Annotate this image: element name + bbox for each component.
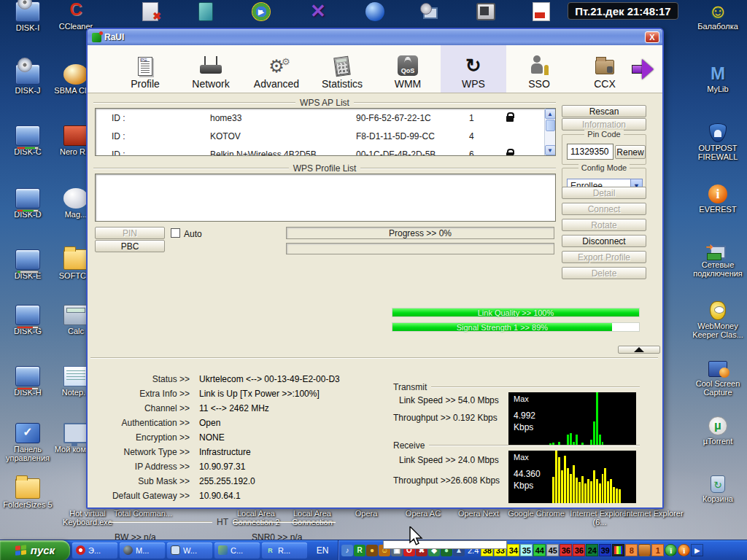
language-indicator[interactable]: EN: [310, 542, 335, 559]
tray-monitor-item[interactable]: 36: [573, 544, 585, 556]
tray-monitor-item[interactable]: [678, 544, 690, 556]
desktop-icon-label[interactable]: Internet Explorer: [623, 509, 684, 518]
desktop-icon[interactable]: [178, 1, 233, 22]
ap-list-row[interactable]: ID : KOTOV F8-D1-11-5D-99-CC 4: [96, 127, 555, 145]
task-button[interactable]: M...: [120, 542, 165, 559]
ap-list-row[interactable]: ID : home33 90-F6-52-67-22-1C 1: [96, 109, 555, 127]
desktop-icon[interactable]: EVEREST: [690, 184, 746, 214]
tab[interactable]: SSO: [506, 45, 572, 93]
task-button[interactable]: R R...: [262, 542, 307, 559]
desktop-icon-label[interactable]: Opera Next: [448, 509, 509, 518]
side-button[interactable]: Rotate: [562, 219, 646, 231]
desktop-icon[interactable]: DISK-C: [0, 125, 55, 156]
tab[interactable]: ↻ WPS: [441, 45, 506, 93]
tab[interactable]: ⚙ Advanced: [244, 45, 309, 93]
wps-profile-list[interactable]: [95, 174, 556, 222]
tray-monitor-item[interactable]: 45: [546, 544, 559, 556]
desktop-icon-glyph: [63, 64, 88, 85]
tray-monitor-item[interactable]: [612, 544, 624, 556]
task-button[interactable]: Э...: [72, 542, 117, 559]
desktop-icon[interactable]: DISK-G: [0, 305, 55, 335]
tab[interactable]: Statistics: [309, 45, 375, 93]
task-button[interactable]: W...: [167, 542, 212, 559]
tray-icon[interactable]: R: [354, 545, 365, 556]
desktop-icon-label: Балаболка: [690, 22, 746, 31]
desktop-icon-label[interactable]: Opera AC: [392, 509, 454, 518]
desktop-icon[interactable]: Корзина: [690, 474, 746, 503]
desktop-icon[interactable]: DISK-I: [0, 1, 55, 32]
desktop-icon[interactable]: FolderSizes 5: [0, 478, 55, 509]
scroll-up-icon[interactable]: ▲: [545, 109, 556, 119]
desktop-icon[interactable]: [514, 1, 569, 22]
desktop-icon[interactable]: [347, 1, 403, 22]
tray-monitor-item[interactable]: 39: [599, 544, 611, 556]
desktop-icon[interactable]: MyLib: [690, 64, 746, 93]
side-button[interactable]: Export Profile: [562, 251, 646, 263]
tab-label: WMM: [395, 78, 422, 90]
pbc-button[interactable]: PBC: [95, 240, 165, 252]
desktop-icon-glyph: [709, 123, 727, 142]
desktop-icon[interactable]: Cool Screen Capture: [690, 359, 746, 397]
tray-monitor-item[interactable]: 8: [625, 544, 638, 556]
desktop-icon[interactable]: µ µTorrent: [690, 416, 746, 446]
wps-ap-list[interactable]: ID : home33 90-F6-52-67-22-1C 1 ID : KOT…: [95, 108, 556, 156]
desktop-icon[interactable]: WebMoney Keeper Clas...: [690, 300, 746, 339]
desktop-icon[interactable]: OUTPOST FIREWALL: [690, 122, 746, 161]
start-button[interactable]: пуск: [0, 540, 70, 560]
desktop-icon[interactable]: DISK-H: [0, 366, 55, 397]
side-button[interactable]: Connect: [562, 203, 646, 215]
desktop-icon[interactable]: [233, 1, 289, 22]
ap-list-row[interactable]: ID : Belkin.N+Wireless.4B2D5B 00-1C-DF-4…: [96, 145, 555, 156]
task-button[interactable]: C...: [214, 542, 260, 559]
tab[interactable]: Profile: [112, 45, 178, 93]
tray-monitor-item[interactable]: 1: [651, 544, 664, 556]
tray-monitor-item[interactable]: 24: [586, 544, 598, 556]
collapse-panel-button[interactable]: [618, 346, 660, 354]
rescan-button[interactable]: Rescan: [562, 105, 646, 117]
desktop-icon-glyph: [708, 184, 727, 203]
side-button[interactable]: Disconnect: [562, 235, 646, 247]
tab[interactable]: WMM: [375, 45, 441, 93]
taskbar: пуск Э... M... W...: [0, 540, 747, 560]
security-key-icon: [506, 112, 515, 123]
scroll-down-icon[interactable]: ▼: [545, 145, 556, 155]
desktop-icon[interactable]: DISK-D: [0, 188, 55, 219]
desktop-icon[interactable]: [290, 1, 346, 20]
auto-checkbox[interactable]: [171, 228, 180, 238]
desktop-icon[interactable]: Сетевые подключения: [690, 242, 746, 278]
tray-monitor-item[interactable]: 35: [520, 544, 533, 556]
desktop-icon-label[interactable]: Google Chrome: [506, 509, 567, 518]
tray-monitor-item[interactable]: 34: [507, 544, 519, 556]
tray-monitor-item[interactable]: [665, 544, 677, 556]
tray-monitor-item[interactable]: [638, 544, 651, 556]
desktop-icon-label[interactable]: Opera: [336, 509, 397, 518]
scroll-thumb[interactable]: [546, 120, 555, 131]
desktop-icon[interactable]: [403, 1, 458, 19]
ap-list-scrollbar[interactable]: ▲ ▼: [544, 109, 555, 155]
tray-monitor-item[interactable]: 44: [533, 544, 546, 556]
desktop-icon[interactable]: DISK-J: [0, 64, 55, 95]
tab[interactable]: Network: [178, 45, 244, 93]
pin-button[interactable]: PIN: [95, 227, 165, 239]
desktop-icon[interactable]: DISK-E: [0, 249, 55, 280]
close-button[interactable]: X: [645, 31, 659, 43]
desktop-icon-label[interactable]: Internet Explorer (6...: [569, 509, 630, 526]
next-page-arrow-icon[interactable]: [632, 58, 657, 80]
pin-code-input[interactable]: [567, 144, 614, 160]
tray-monitor-item[interactable]: 36: [560, 544, 572, 556]
information-button[interactable]: Information: [562, 118, 646, 131]
desktop-icon[interactable]: [123, 1, 178, 22]
tray-monitor-item[interactable]: [691, 544, 703, 556]
side-button[interactable]: Delete: [562, 267, 646, 279]
desktop-icon[interactable]: Балаболка: [690, 1, 746, 31]
tray-icon[interactable]: ●: [366, 545, 378, 556]
renew-button[interactable]: Renew: [615, 145, 646, 159]
disk-usage-bar: [17, 387, 39, 390]
side-button[interactable]: Detail: [562, 187, 646, 199]
desktop-icon[interactable]: CCleaner: [48, 0, 104, 31]
desktop-icon[interactable]: Панель управления: [0, 423, 55, 462]
desktop-icon[interactable]: [458, 1, 514, 22]
tray-icon[interactable]: ♪: [341, 545, 353, 556]
tab[interactable]: CCX: [572, 45, 638, 93]
title-bar[interactable]: RaUI X: [88, 29, 662, 45]
